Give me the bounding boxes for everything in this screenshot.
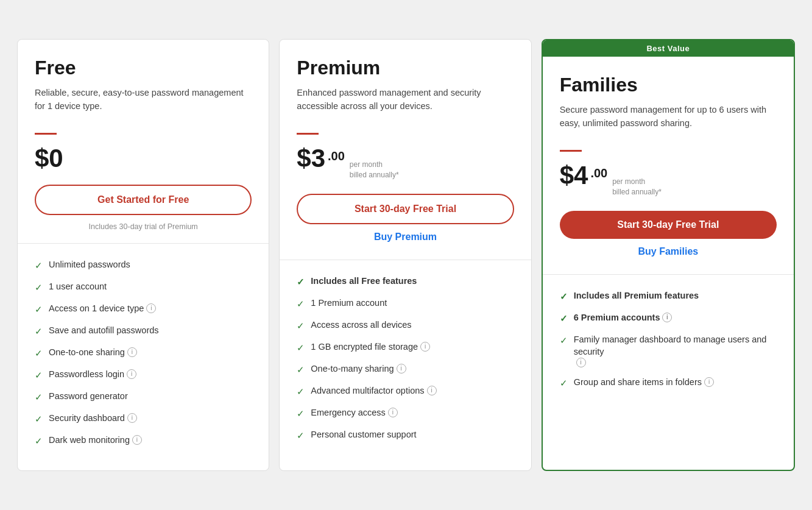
check-icon-premium-3: ✓ bbox=[297, 341, 305, 354]
feature-item-families-1: ✓ 6 Premium accounts i bbox=[560, 311, 777, 325]
plan-top-free: Free Reliable, secure, easy-to-use passw… bbox=[18, 40, 269, 244]
feature-item-premium-3: ✓ 1 GB encrypted file storage i bbox=[297, 341, 514, 354]
feature-text-free-0: Unlimited passwords bbox=[49, 258, 130, 271]
feature-item-premium-5: ✓ Advanced multifactor options i bbox=[297, 384, 514, 398]
plan-description-premium: Enhanced password management and securit… bbox=[297, 87, 514, 123]
info-icon-premium-3[interactable]: i bbox=[420, 342, 430, 352]
plan-name-premium: Premium bbox=[297, 57, 514, 79]
price-row-free: $0 bbox=[35, 146, 252, 171]
plan-card-premium: Premium Enhanced password management and… bbox=[279, 39, 531, 471]
check-icon-premium-2: ✓ bbox=[297, 319, 305, 332]
check-icon-premium-5: ✓ bbox=[297, 385, 305, 398]
feature-item-premium-2: ✓ Access across all devices bbox=[297, 319, 514, 332]
feature-text-free-2: Access on 1 device type i bbox=[49, 302, 156, 314]
feature-item-families-0: ✓ Includes all Premium features bbox=[560, 289, 777, 303]
price-cents-families: .00 bbox=[590, 166, 607, 180]
price-main-families: $4 bbox=[560, 163, 588, 188]
feature-text-premium-4: One-to-many sharing i bbox=[311, 363, 406, 375]
feature-text-premium-3: 1 GB encrypted file storage i bbox=[311, 341, 430, 353]
feature-text-free-3: Save and autofill passwords bbox=[49, 324, 159, 336]
feature-text-free-7: Security dashboard i bbox=[49, 412, 137, 424]
feature-item-families-2: ✓ Family manager dashboard to manage use… bbox=[560, 333, 777, 368]
feature-item-free-2: ✓ Access on 1 device type i bbox=[35, 302, 252, 316]
info-icon-families-1[interactable]: i bbox=[662, 313, 672, 322]
feature-text-families-3: Group and share items in folders i bbox=[574, 376, 714, 388]
feature-text-free-6: Password generator bbox=[49, 390, 128, 402]
feature-text-free-1: 1 user account bbox=[49, 280, 107, 292]
pricing-container: Free Reliable, secure, easy-to-use passw… bbox=[12, 39, 800, 471]
check-icon-premium-7: ✓ bbox=[297, 429, 305, 442]
price-period-premium: per monthbilled annually* bbox=[350, 160, 399, 180]
plan-card-families: Best Value Families Secure password mana… bbox=[542, 39, 795, 471]
feature-item-premium-7: ✓ Personal customer support bbox=[297, 428, 514, 442]
feature-item-free-6: ✓ Password generator bbox=[35, 390, 252, 403]
feature-text-families-1: 6 Premium accounts i bbox=[574, 311, 673, 324]
price-row-families: $4 .00 per monthbilled annually* bbox=[560, 163, 777, 197]
info-icon-free-5[interactable]: i bbox=[127, 369, 136, 379]
info-icon-families-3[interactable]: i bbox=[704, 377, 714, 387]
feature-item-free-8: ✓ Dark web monitoring i bbox=[35, 434, 252, 447]
check-icon-free-7: ✓ bbox=[35, 413, 43, 425]
plan-description-free: Reliable, secure, easy-to-use password m… bbox=[35, 87, 252, 123]
feature-item-premium-4: ✓ One-to-many sharing i bbox=[297, 363, 514, 376]
primary-btn-premium[interactable]: Start 30-day Free Trial bbox=[297, 194, 514, 224]
feature-item-premium-0: ✓ Includes all Free features bbox=[297, 275, 514, 288]
info-icon-premium-6[interactable]: i bbox=[388, 408, 398, 417]
plan-features-premium: ✓ Includes all Free features ✓ 1 Premium… bbox=[280, 260, 531, 470]
primary-btn-families[interactable]: Start 30-day Free Trial bbox=[560, 211, 777, 239]
feature-text-premium-0: Includes all Free features bbox=[311, 275, 417, 287]
check-icon-free-1: ✓ bbox=[35, 281, 43, 294]
price-main-free: $0 bbox=[35, 146, 63, 171]
trial-note-free: Includes 30-day trial of Premium bbox=[35, 222, 252, 231]
price-main-premium: $3 bbox=[297, 146, 325, 171]
check-icon-free-4: ✓ bbox=[35, 347, 43, 359]
feature-item-free-5: ✓ Passwordless login i bbox=[35, 368, 252, 381]
plan-card-free: Free Reliable, secure, easy-to-use passw… bbox=[17, 39, 269, 471]
check-icon-families-2: ✓ bbox=[560, 334, 568, 347]
check-icon-premium-0: ✓ bbox=[297, 275, 305, 288]
check-icon-free-2: ✓ bbox=[35, 303, 43, 316]
secondary-btn-premium[interactable]: Buy Premium bbox=[297, 232, 514, 243]
check-icon-premium-6: ✓ bbox=[297, 407, 305, 420]
info-icon-free-4[interactable]: i bbox=[127, 347, 137, 357]
plan-top-premium: Premium Enhanced password management and… bbox=[280, 40, 531, 260]
feature-text-premium-1: 1 Premium account bbox=[311, 297, 387, 309]
price-row-premium: $3 .00 per monthbilled annually* bbox=[297, 146, 514, 180]
divider-free bbox=[35, 133, 57, 135]
plan-features-families: ✓ Includes all Premium features ✓ 6 Prem… bbox=[543, 275, 794, 470]
feature-text-families-2: Family manager dashboard to manage users… bbox=[574, 333, 777, 368]
check-icon-families-0: ✓ bbox=[560, 290, 568, 303]
feature-text-families-0: Includes all Premium features bbox=[574, 289, 699, 302]
feature-item-free-0: ✓ Unlimited passwords bbox=[35, 258, 252, 272]
divider-families bbox=[560, 150, 582, 152]
plan-top-families: Families Secure password management for … bbox=[543, 57, 794, 275]
info-icon-free-2[interactable]: i bbox=[146, 303, 156, 313]
check-icon-families-1: ✓ bbox=[560, 312, 568, 325]
price-cents-premium: .00 bbox=[328, 149, 345, 163]
check-icon-free-5: ✓ bbox=[35, 369, 43, 381]
check-icon-families-3: ✓ bbox=[560, 377, 568, 389]
secondary-btn-families[interactable]: Buy Families bbox=[560, 246, 777, 257]
feature-item-free-3: ✓ Save and autofill passwords bbox=[35, 324, 252, 338]
feature-text-premium-2: Access across all devices bbox=[311, 319, 411, 331]
feature-item-free-4: ✓ One-to-one sharing i bbox=[35, 346, 252, 359]
info-icon-premium-4[interactable]: i bbox=[397, 364, 406, 374]
plan-name-families: Families bbox=[560, 74, 777, 96]
divider-premium bbox=[297, 133, 319, 135]
info-icon-premium-5[interactable]: i bbox=[427, 386, 437, 395]
feature-item-premium-6: ✓ Emergency access i bbox=[297, 406, 514, 420]
check-icon-free-6: ✓ bbox=[35, 391, 43, 403]
info-icon-free-7[interactable]: i bbox=[127, 413, 137, 423]
check-icon-premium-1: ✓ bbox=[297, 297, 305, 310]
plan-features-free: ✓ Unlimited passwords ✓ 1 user account ✓… bbox=[18, 244, 269, 470]
info-icon-families-2[interactable]: i bbox=[576, 358, 586, 367]
feature-text-premium-5: Advanced multifactor options i bbox=[311, 384, 436, 397]
info-icon-free-8[interactable]: i bbox=[132, 435, 142, 445]
feature-text-premium-7: Personal customer support bbox=[311, 428, 416, 441]
feature-text-free-4: One-to-one sharing i bbox=[49, 346, 137, 358]
primary-btn-free[interactable]: Get Started for Free bbox=[35, 185, 252, 215]
feature-text-free-5: Passwordless login i bbox=[49, 368, 136, 380]
feature-text-free-8: Dark web monitoring i bbox=[49, 434, 142, 446]
check-icon-premium-4: ✓ bbox=[297, 363, 305, 376]
plan-name-free: Free bbox=[35, 57, 252, 79]
